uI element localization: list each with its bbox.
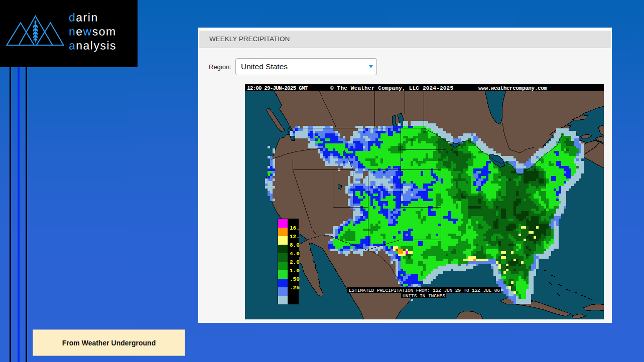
svg-text:ESTIMATED PRECIPITATION FROM:: ESTIMATED PRECIPITATION FROM: 12Z JUN 29… bbox=[349, 288, 500, 293]
svg-text:www.weathercompany.com: www.weathercompany.com bbox=[478, 85, 547, 91]
svg-text:16.: 16. bbox=[290, 225, 300, 231]
svg-text:© The Weather Company, LLC 202: © The Weather Company, LLC 2024-2025 bbox=[330, 85, 453, 91]
svg-text:.25: .25 bbox=[290, 285, 300, 291]
svg-text:darin: darin bbox=[69, 11, 98, 24]
svg-text:UNITS IN INCHES: UNITS IN INCHES bbox=[403, 293, 445, 299]
svg-text:12.: 12. bbox=[290, 234, 300, 240]
svg-text:4.0: 4.0 bbox=[290, 251, 300, 257]
svg-text:.50: .50 bbox=[290, 276, 300, 282]
svg-text:8.0: 8.0 bbox=[290, 242, 300, 248]
svg-text:1.0: 1.0 bbox=[290, 268, 300, 274]
svg-text:analysis: analysis bbox=[69, 39, 116, 52]
svg-text:12:00 29-JUN-2025 GMT: 12:00 29-JUN-2025 GMT bbox=[247, 85, 308, 91]
svg-text:newsom: newsom bbox=[69, 25, 116, 38]
svg-text:2.0: 2.0 bbox=[290, 259, 300, 265]
